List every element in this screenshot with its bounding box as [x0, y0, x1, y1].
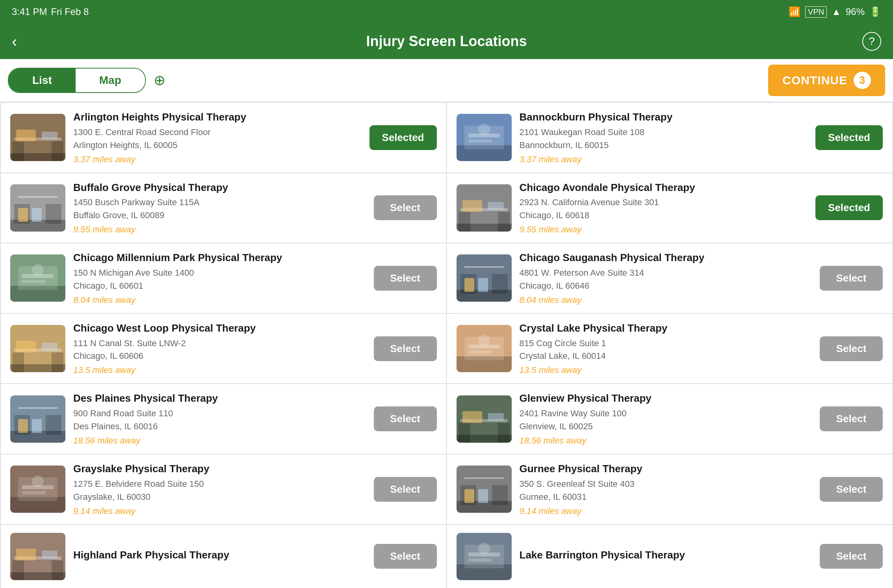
- svg-rect-77: [464, 477, 504, 479]
- tab-list[interactable]: List: [9, 69, 76, 92]
- location-info: Arlington Heights Physical Therapy 1300 …: [73, 111, 362, 165]
- location-info: Chicago Millennium Park Physical Therapy…: [73, 251, 366, 305]
- continue-button[interactable]: CONTINUE 3: [768, 65, 885, 96]
- location-name: Des Plaines Physical Therapy: [73, 392, 366, 405]
- tab-bar: List Map ⊕ CONTINUE 3: [0, 59, 893, 102]
- location-name: Highland Park Physical Therapy: [73, 549, 366, 562]
- select-button[interactable]: Select: [820, 406, 883, 431]
- location-thumbnail: [457, 533, 512, 580]
- location-name: Arlington Heights Physical Therapy: [73, 111, 362, 124]
- location-card: Chicago Sauganash Physical Therapy 4801 …: [447, 243, 893, 313]
- location-card: Lake Barrington Physical Therapy Select: [447, 525, 893, 588]
- location-city: Arlington Heights, IL 60005: [73, 140, 362, 150]
- svg-rect-6: [52, 141, 63, 161]
- location-info: Des Plaines Physical Therapy 900 Rand Ro…: [73, 392, 366, 446]
- location-name: Grayslake Physical Therapy: [73, 462, 366, 476]
- svg-rect-19: [32, 208, 42, 222]
- location-card: Highland Park Physical Therapy Select: [1, 525, 446, 588]
- location-thumbnail: [10, 395, 65, 443]
- current-location-icon[interactable]: ⊕: [154, 72, 165, 89]
- location-card: Chicago Avondale Physical Therapy 2923 N…: [447, 173, 893, 243]
- location-address: 815 Cog Circle Suite 1: [520, 338, 812, 350]
- location-thumbnail: [10, 533, 65, 580]
- svg-rect-43: [42, 343, 58, 351]
- wifi-icon: 📶: [789, 6, 800, 17]
- svg-rect-36: [492, 274, 508, 294]
- location-thumbnail: [10, 254, 65, 302]
- location-name: Crystal Lake Physical Therapy: [520, 322, 812, 335]
- svg-rect-65: [459, 423, 470, 443]
- location-card: Buffalo Grove Physical Therapy 1450 Busc…: [1, 173, 446, 243]
- select-button[interactable]: Select: [374, 544, 437, 569]
- select-button[interactable]: Select: [374, 195, 437, 220]
- select-button[interactable]: Select: [820, 336, 883, 361]
- location-name: Lake Barrington Physical Therapy: [520, 549, 812, 562]
- svg-rect-2: [16, 130, 36, 141]
- location-grid: Arlington Heights Physical Therapy 1300 …: [0, 102, 893, 588]
- svg-rect-79: [478, 489, 488, 503]
- location-city: Gurnee, IL 60031: [520, 492, 812, 502]
- back-button[interactable]: ‹: [12, 33, 17, 50]
- location-name: Chicago Millennium Park Physical Therapy: [73, 251, 366, 265]
- svg-rect-22: [462, 200, 482, 212]
- select-button[interactable]: Select: [374, 406, 437, 431]
- location-distance: 13.5 miles away: [73, 365, 366, 375]
- location-thumbnail: [457, 254, 512, 302]
- location-distance: 13.5 miles away: [520, 365, 812, 375]
- location-thumbnail: [10, 466, 65, 513]
- status-bar: 3:41 PM Fri Feb 8 📶 VPN ▲ 96% 🔋: [0, 0, 893, 24]
- svg-rect-46: [52, 352, 63, 372]
- select-button[interactable]: Select: [374, 477, 437, 502]
- help-button[interactable]: ?: [862, 32, 881, 51]
- svg-rect-42: [16, 341, 36, 352]
- location-info: Lake Barrington Physical Therapy: [520, 549, 812, 564]
- location-name: Buffalo Grove Physical Therapy: [73, 181, 366, 195]
- svg-rect-91: [468, 558, 492, 562]
- select-button[interactable]: Select: [820, 544, 883, 569]
- location-address: 900 Rand Road Suite 110: [73, 408, 366, 420]
- location-city: Chicago, IL 60646: [520, 281, 812, 291]
- location-name: Chicago Sauganash Physical Therapy: [520, 251, 812, 265]
- location-card: Glenview Physical Therapy 2401 Ravine Wa…: [447, 384, 893, 454]
- location-thumbnail: [10, 184, 65, 232]
- select-button[interactable]: Select: [820, 477, 883, 502]
- location-info: Buffalo Grove Physical Therapy 1450 Busc…: [73, 181, 366, 235]
- svg-rect-16: [46, 204, 61, 224]
- location-card: Crystal Lake Physical Therapy 815 Cog Ci…: [447, 314, 893, 384]
- svg-point-92: [478, 543, 490, 555]
- location-info: Crystal Lake Physical Therapy 815 Cog Ci…: [520, 322, 812, 376]
- battery-icon: 🔋: [869, 6, 881, 17]
- location-info: Chicago Sauganash Physical Therapy 4801 …: [520, 251, 812, 305]
- svg-rect-63: [488, 413, 504, 421]
- select-button[interactable]: Select: [820, 266, 883, 291]
- svg-point-72: [32, 475, 44, 487]
- select-button[interactable]: Select: [374, 266, 437, 291]
- tab-map[interactable]: Map: [76, 69, 145, 92]
- location-address: 2101 Waukegan Road Suite 108: [520, 126, 808, 139]
- location-card: Chicago West Loop Physical Therapy 111 N…: [1, 314, 446, 384]
- svg-rect-23: [488, 202, 504, 210]
- location-distance: 3.37 miles away: [520, 154, 808, 165]
- location-thumbnail: [10, 325, 65, 372]
- location-name: Chicago Avondale Physical Therapy: [520, 181, 808, 195]
- select-button[interactable]: Select: [374, 336, 437, 361]
- location-distance: 9.14 miles away: [73, 506, 366, 516]
- selected-button[interactable]: Selected: [369, 125, 437, 150]
- location-card: Des Plaines Physical Therapy 900 Rand Ro…: [1, 384, 446, 454]
- selected-button[interactable]: Selected: [815, 195, 883, 220]
- svg-rect-76: [492, 485, 508, 505]
- location-card: Grayslake Physical Therapy 1275 E. Belvi…: [1, 454, 446, 524]
- location-city: Chicago, IL 60601: [73, 281, 366, 291]
- location-card: Bannockburn Physical Therapy 2101 Waukeg…: [447, 103, 893, 173]
- svg-point-52: [478, 335, 490, 347]
- signal-icon: ▲: [832, 6, 841, 17]
- location-city: Chicago, IL 60606: [73, 351, 366, 361]
- location-distance: 8.04 miles away: [520, 295, 812, 305]
- location-address: 2401 Ravine Way Suite 100: [520, 408, 812, 420]
- selected-button[interactable]: Selected: [815, 125, 883, 150]
- location-address: 2923 N. California Avenue Suite 301: [520, 197, 808, 209]
- location-city: Bannockburn, IL 60015: [520, 140, 808, 150]
- location-info: Gurnee Physical Therapy 350 S. Greenleaf…: [520, 462, 812, 516]
- svg-rect-71: [22, 491, 46, 494]
- svg-rect-45: [12, 352, 24, 372]
